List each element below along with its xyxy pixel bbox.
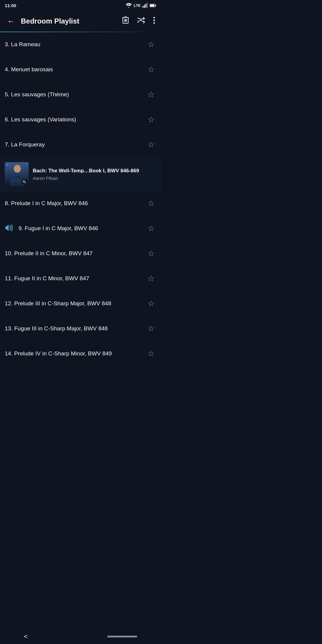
track-item[interactable]: 8. Prelude I in C Major, BWV 846 ☆ bbox=[0, 191, 161, 216]
favorite-button[interactable]: ☆ bbox=[145, 39, 156, 50]
svg-point-16 bbox=[154, 22, 155, 24]
album-art-container: α bbox=[5, 162, 29, 186]
favorite-button[interactable]: ☆ bbox=[145, 198, 156, 209]
track-name: 11. Fugue II in C Minor, BWV 847 bbox=[5, 275, 145, 282]
svg-rect-0 bbox=[143, 6, 143, 8]
favorite-button[interactable]: ☆ bbox=[145, 89, 156, 100]
svg-rect-1 bbox=[144, 5, 145, 8]
signal-icon bbox=[143, 3, 148, 8]
favorite-button[interactable]: ☆ bbox=[145, 348, 156, 360]
favorite-button[interactable]: ☆ bbox=[145, 64, 156, 75]
page-title: Bedroom Playlist bbox=[21, 17, 117, 25]
track-name: 8. Prelude I in C Major, BWV 846 bbox=[5, 200, 145, 207]
track-item[interactable]: 6. Les sauvages (Variations) ☆ bbox=[0, 107, 161, 132]
more-button[interactable] bbox=[152, 16, 156, 27]
album-title: Bach: The Well-Temp…Book I, BWV 846-869 bbox=[33, 168, 156, 174]
track-name: 14. Prelude IV in C-Sharp Minor, BWV 849 bbox=[5, 350, 145, 357]
track-item[interactable]: 4. Menuet barosais ☆ bbox=[0, 57, 161, 82]
track-name: 5. Les sauvages (Thème) bbox=[5, 91, 145, 98]
track-name: 10. Prelude II in C Minor, BWV 847 bbox=[5, 250, 145, 257]
track-item[interactable]: 5. Les sauvages (Thème) ☆ bbox=[0, 82, 161, 107]
delete-button[interactable] bbox=[120, 15, 131, 27]
svg-point-15 bbox=[154, 20, 155, 21]
alpha-label: α bbox=[7, 163, 8, 166]
shuffle-button[interactable] bbox=[136, 16, 147, 27]
album-art: α bbox=[5, 162, 29, 186]
favorite-button[interactable]: ☆ bbox=[145, 298, 156, 309]
favorite-button[interactable]: ☆ bbox=[145, 223, 156, 234]
track-item[interactable]: 13. Fugue III in C-Sharp Major, BWV 848 … bbox=[0, 316, 161, 341]
track-name: 4. Menuet barosais bbox=[5, 66, 145, 73]
delete-icon bbox=[122, 16, 129, 24]
status-icons: LTE bbox=[126, 3, 156, 8]
svg-rect-6 bbox=[155, 5, 156, 6]
favorite-button[interactable]: ☆ bbox=[145, 114, 156, 126]
svg-point-19 bbox=[23, 181, 25, 183]
track-name: 9. Fugue I in C Major, BWV 846 bbox=[18, 225, 145, 232]
svg-rect-3 bbox=[147, 3, 148, 8]
svg-point-18 bbox=[14, 165, 21, 173]
track-list: 3. La Rameau ☆ 4. Menuet barosais ☆ 5. L… bbox=[0, 32, 161, 366]
album-info: Bach: The Well-Temp…Book I, BWV 846-869 … bbox=[33, 168, 156, 180]
track-item[interactable]: 14. Prelude IV in C-Sharp Minor, BWV 849… bbox=[0, 341, 161, 366]
shuffle-icon bbox=[137, 17, 145, 24]
album-section: α bbox=[0, 157, 161, 191]
playing-icon bbox=[5, 224, 15, 233]
favorite-button[interactable]: ☆ bbox=[145, 248, 156, 259]
speaker-icon bbox=[5, 224, 14, 231]
track-name: 6. Les sauvages (Variations) bbox=[5, 116, 145, 123]
toolbar: ← Bedroom Playlist bbox=[0, 11, 161, 32]
lte-label: LTE bbox=[134, 3, 141, 8]
more-icon bbox=[153, 17, 155, 24]
zoom-icon[interactable] bbox=[21, 179, 27, 185]
toolbar-actions bbox=[120, 15, 156, 27]
back-button[interactable]: ← bbox=[5, 14, 17, 28]
svg-rect-9 bbox=[124, 17, 127, 18]
svg-rect-5 bbox=[150, 4, 154, 7]
favorite-button[interactable]: ☆ bbox=[145, 139, 156, 151]
favorite-button[interactable]: ☆ bbox=[145, 323, 156, 335]
track-item[interactable]: 11. Fugue II in C Minor, BWV 847 ☆ bbox=[0, 266, 161, 291]
wifi-icon bbox=[126, 3, 132, 8]
track-name: 12. Prelude III in C-Sharp Major, BWV 84… bbox=[5, 300, 145, 307]
favorite-button[interactable]: ☆ bbox=[145, 273, 156, 284]
track-name: 7. La Forqueray bbox=[5, 141, 145, 148]
track-name: 3. La Rameau bbox=[5, 41, 145, 48]
status-bar: 11:00 LTE bbox=[0, 0, 161, 11]
track-item[interactable]: 3. La Rameau ☆ bbox=[0, 32, 161, 57]
search-zoom-icon bbox=[23, 180, 26, 184]
track-item[interactable]: 7. La Forqueray ☆ bbox=[0, 132, 161, 157]
track-item[interactable]: 10. Prelude II in C Minor, BWV 847 ☆ bbox=[0, 241, 161, 266]
svg-line-20 bbox=[25, 182, 26, 184]
album-artist: Aaron Pilsan bbox=[33, 176, 156, 181]
track-item[interactable]: 12. Prelude III in C-Sharp Major, BWV 84… bbox=[0, 291, 161, 316]
track-name: 13. Fugue III in C-Sharp Major, BWV 848 bbox=[5, 325, 145, 332]
svg-rect-2 bbox=[145, 4, 146, 8]
track-item[interactable]: 9. Fugue I in C Major, BWV 846 ☆ bbox=[0, 216, 161, 241]
svg-point-14 bbox=[154, 17, 155, 18]
status-time: 11:00 bbox=[5, 3, 16, 8]
battery-icon bbox=[150, 4, 156, 7]
